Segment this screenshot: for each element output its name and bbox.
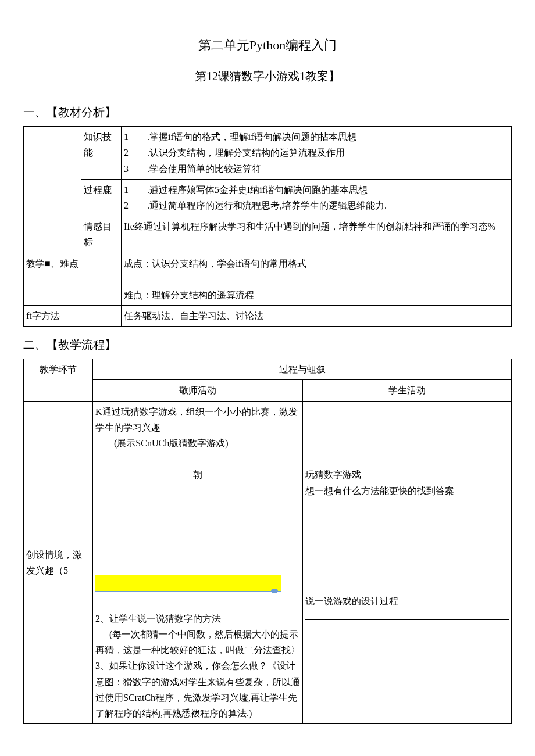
- difficulty-text: 难点：理解分支结构的遥算流程: [124, 290, 254, 300]
- keypoints-label: 教学■、难点: [24, 253, 122, 306]
- list-text: .通过简单程序的运行和流程思考,培养学生的逻辑思维能力.: [147, 200, 387, 210]
- flow-header-student: 学生活动: [303, 380, 512, 401]
- teacher-text-1: K通过玩猜数字游戏，组织一个小小的比赛，激发学生的学习兴趣: [95, 407, 298, 432]
- list-num: 1: [124, 132, 129, 142]
- flow-header-stage: 教学环节: [24, 359, 93, 401]
- process-content: 1 .逋过程序娘写体5金并史I纳if谐句解决问跑的基本思想 2 .通过简单程序的…: [122, 179, 512, 216]
- stage-1-teacher: K通过玩猜数字游戏，组织一个小小的比赛，激发学生的学习兴趣 (展示SCnUCh版…: [93, 401, 303, 723]
- list-text: .逋过程序娘写体5金并史I纳if谐句解决问跑的基本思想: [147, 185, 368, 195]
- emotion-content: Ife终通过计算机程序解决学习和生活中遇到的问题，培养学生的创新粘神和严诵的学习…: [122, 216, 512, 253]
- methods-content: 任务驱动法、自主学习法、讨论法: [122, 306, 512, 327]
- knowledge-skill-content: 1 .掌握if语句的格式，理解if语句解决问题的拈本思想 2 .认识分支结构，埋…: [122, 127, 512, 180]
- teacher-text-2b: (每一次都猜一个中间数，然后根据大小的提示再猜，这是一种比较好的狂法，叫做二分法…: [95, 626, 300, 658]
- analysis-table: 知识技能 1 .掌握if语句的格式，理解if语句解决问题的拈本思想 2 .认识分…: [23, 126, 512, 327]
- underline-blank: [305, 609, 509, 620]
- keypoint-text: 成点；认识分支结构，学会if语句的常用格式: [124, 259, 306, 268]
- knowledge-skill-label: 知识技能: [81, 127, 122, 180]
- student-text-1a: 玩猜数字游戏: [305, 470, 361, 479]
- list-num: 3: [124, 164, 129, 174]
- methods-label: ft字方法: [24, 306, 122, 327]
- objectives-label-cell: [24, 127, 81, 253]
- stage-1-student: 玩猜数字游戏 想一想有什么方法能更快的找到答案 说一说游戏的设计过程: [303, 401, 512, 723]
- flow-table: 教学环节 过程与蛆叙 敬师活动 学生活动 创设情境，激发兴趣（5 K通过玩猜数字…: [23, 359, 512, 724]
- flow-header-teacher: 敬师活动: [93, 380, 303, 401]
- list-text: .认识分支结构，埋解分支结构的运算流程及作用: [147, 148, 345, 157]
- emotion-label: 情感目标: [81, 216, 122, 253]
- teacher-text-2: 2、让学生说一说猜数字的方法: [95, 614, 221, 624]
- student-text-2: 说一说游戏的设计过程: [305, 596, 398, 606]
- section-2-heading: 二、【教学流程】: [23, 335, 512, 354]
- list-text: .学会使用简单的比较运算符: [147, 164, 261, 174]
- list-text: .掌握if语句的格式，理解if语句解决问题的拈本思想: [147, 132, 356, 142]
- scratch-screenshot-placeholder: [95, 486, 281, 592]
- process-label: 过程鹿: [81, 179, 122, 216]
- list-num: 2: [124, 148, 129, 157]
- list-num: 2: [124, 200, 129, 210]
- list-num: 1: [124, 185, 129, 195]
- stage-1-label: 创设情境，激发兴趣（5: [24, 401, 93, 723]
- student-text-1b: 想一想有什么方法能更快的找到答案: [305, 486, 454, 496]
- flow-header-process: 过程与蛆叙: [93, 359, 512, 380]
- teacher-text-1b: (展示SCnUCh版猜数字游戏): [95, 435, 300, 451]
- unit-title: 第二单元Python编程入门: [23, 35, 512, 55]
- teacher-text-3: 3、如果让你设计这个游戏，你会怎么做？《设计意图：猾数字的游戏对学生来说有些复杂…: [95, 661, 300, 718]
- section-1-heading: 一、【教材分析】: [23, 103, 512, 121]
- teacher-center-word: 朝: [95, 467, 300, 482]
- keypoints-content: 成点；认识分支结构，学会if语句的常用格式 难点：理解分支结构的遥算流程: [122, 253, 512, 306]
- lesson-subtitle: 第12课猜数字小游戏1教案】: [23, 67, 512, 85]
